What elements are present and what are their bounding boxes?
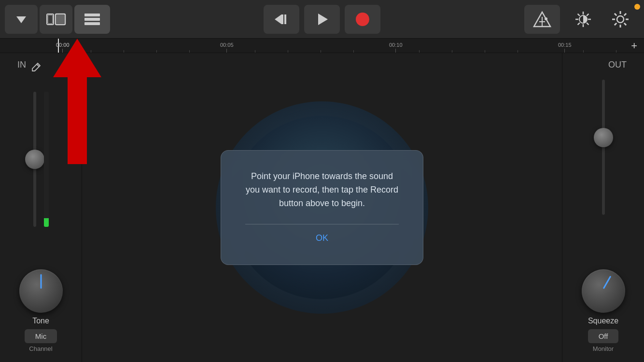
play-icon (313, 11, 331, 28)
svg-rect-5 (84, 14, 100, 16)
svg-line-23 (587, 23, 588, 25)
timeline-mark-0: 00:00 (56, 42, 70, 53)
tone-knob[interactable] (19, 269, 63, 313)
settings-button[interactable] (606, 5, 634, 33)
record-button[interactable] (345, 5, 380, 34)
metronome-button[interactable] (524, 5, 560, 34)
timeline-add-button[interactable]: + (631, 40, 637, 52)
dialog-message: Point your iPhone towards the sound you … (245, 170, 399, 210)
dialog-overlay: Point your iPhone towards the sound you … (82, 53, 562, 362)
squeeze-knob-indicator (602, 276, 611, 289)
timeline-ruler[interactable]: 00:00 00:05 00:10 00:15 // Will be added… (0, 39, 644, 53)
brightness-icon (574, 10, 593, 29)
list-view-button[interactable] (74, 5, 110, 34)
squeeze-knob[interactable] (582, 269, 625, 313)
dialog-ok-button[interactable]: OK (292, 226, 352, 250)
settings-icon (610, 9, 630, 29)
svg-marker-11 (318, 14, 328, 25)
in-label: IN (8, 60, 26, 70)
svg-line-34 (615, 23, 616, 25)
squeeze-label: Squeeze (588, 317, 618, 325)
svg-marker-8 (275, 14, 281, 24)
output-fader-track (602, 80, 605, 215)
mic-button-row: Mic (25, 329, 57, 343)
timeline-mark-1: 00:05 (220, 42, 234, 53)
chevron-down-icon (14, 13, 28, 26)
right-bottom: Squeeze Off Monitor (582, 269, 625, 357)
input-fader-handle[interactable] (25, 150, 44, 169)
dialog: Point your iPhone towards the sound you … (221, 150, 423, 265)
rewind-button[interactable] (264, 5, 299, 34)
svg-line-32 (624, 23, 626, 25)
svg-marker-0 (16, 16, 26, 23)
metronome-icon (533, 10, 551, 28)
center-area: Point your iPhone towards the sound you … (82, 53, 562, 362)
timeline-mark-2: 00:10 (389, 42, 403, 53)
svg-point-16 (545, 17, 547, 20)
monitor-label: Monitor (593, 345, 614, 352)
play-button[interactable] (304, 5, 340, 34)
timeline-mark-3: 00:15 (558, 42, 572, 53)
edit-icon[interactable] (31, 62, 42, 74)
main-area: IN Tone Mic (0, 53, 644, 362)
svg-line-33 (624, 13, 626, 15)
tone-knob-indicator (40, 274, 42, 289)
notification-dot (634, 4, 640, 10)
input-fader-track (33, 92, 36, 227)
toolbar (0, 0, 644, 39)
mic-button[interactable]: Mic (25, 329, 57, 343)
left-bottom: Tone Mic Channel (0, 269, 82, 357)
dropdown-button[interactable] (5, 5, 38, 34)
svg-line-22 (578, 14, 580, 15)
off-button-row: Off (588, 329, 619, 343)
svg-point-26 (617, 16, 624, 23)
svg-rect-3 (56, 15, 64, 24)
svg-rect-9 (281, 14, 283, 24)
output-fader-handle[interactable] (594, 128, 613, 147)
channel-label: Channel (29, 345, 52, 352)
brightness-button[interactable] (570, 6, 597, 33)
svg-line-25 (578, 23, 580, 25)
input-meter (44, 92, 49, 227)
svg-rect-10 (284, 14, 286, 24)
dialog-divider (245, 224, 399, 224)
svg-rect-6 (84, 18, 100, 21)
right-panel: OUT Squeeze Off Monitor (562, 53, 644, 362)
view-split-icon (46, 12, 66, 27)
off-button[interactable]: Off (588, 329, 619, 343)
svg-line-31 (615, 13, 616, 15)
view-split-button[interactable] (40, 5, 72, 34)
svg-rect-7 (84, 22, 100, 25)
toolbar-center (264, 5, 380, 34)
toolbar-left (0, 5, 115, 34)
meter-fill (44, 218, 49, 227)
out-label: OUT (608, 60, 636, 70)
svg-rect-4 (48, 15, 53, 24)
rewind-icon (273, 11, 290, 28)
tone-label: Tone (32, 317, 49, 325)
svg-line-24 (587, 14, 588, 15)
toolbar-right (524, 5, 644, 34)
svg-point-12 (356, 13, 369, 26)
left-panel: IN Tone Mic (0, 53, 82, 362)
record-icon (354, 11, 371, 28)
right-fader-row (602, 80, 605, 215)
list-view-icon (84, 12, 101, 27)
